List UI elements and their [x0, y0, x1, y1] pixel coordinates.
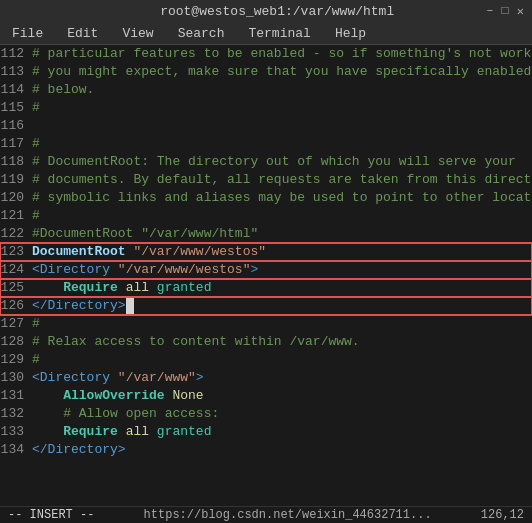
line-number: 125	[0, 279, 32, 297]
menu-terminal[interactable]: Terminal	[244, 25, 314, 42]
line-number: 117	[0, 135, 32, 153]
editor-line: 125 Require all granted	[0, 279, 532, 297]
line-number: 116	[0, 117, 32, 135]
editor-line: 132 # Allow open access:	[0, 405, 532, 423]
line-number: 113	[0, 63, 32, 81]
menu-view[interactable]: View	[118, 25, 157, 42]
line-number: 114	[0, 81, 32, 99]
editor-area: 112# particular features to be enabled -…	[0, 45, 532, 523]
editor-line: 120# symbolic links and aliases may be u…	[0, 189, 532, 207]
line-content: #	[32, 135, 532, 153]
editor-line: 133 Require all granted	[0, 423, 532, 441]
line-content: <Directory "/var/www/westos">	[32, 261, 532, 279]
line-content: #DocumentRoot "/var/www/html"	[32, 225, 532, 243]
editor-line: 131 AllowOverride None	[0, 387, 532, 405]
editor-line: 134</Directory>	[0, 441, 532, 459]
line-number: 130	[0, 369, 32, 387]
line-number: 133	[0, 423, 32, 441]
editor-line: 123DocumentRoot "/var/www/westos"	[0, 243, 532, 261]
line-content: # particular features to be enabled - so…	[32, 45, 532, 63]
title-bar-title: root@westos_web1:/var/www/html	[68, 4, 486, 19]
line-number: 129	[0, 351, 32, 369]
line-number: 134	[0, 441, 32, 459]
line-number: 119	[0, 171, 32, 189]
line-number: 127	[0, 315, 32, 333]
editor-line: 130<Directory "/var/www">	[0, 369, 532, 387]
line-number: 132	[0, 405, 32, 423]
line-content: # below.	[32, 81, 532, 99]
line-content: DocumentRoot "/var/www/westos"	[32, 243, 532, 261]
editor-line: 122#DocumentRoot "/var/www/html"	[0, 225, 532, 243]
close-button[interactable]: ✕	[517, 4, 524, 19]
menu-bar: File Edit View Search Terminal Help	[0, 23, 532, 45]
editor-line: 115#	[0, 99, 532, 117]
line-content: </Directory>	[32, 441, 532, 459]
line-content: Require all granted	[32, 423, 532, 441]
vim-mode: -- INSERT --	[8, 508, 94, 522]
line-content: # DocumentRoot: The directory out of whi…	[32, 153, 532, 171]
line-content: # Relax access to content within /var/ww…	[32, 333, 532, 351]
line-content: #	[32, 207, 532, 225]
editor-line: 119# documents. By default, all requests…	[0, 171, 532, 189]
line-number: 122	[0, 225, 32, 243]
line-content: #	[32, 351, 532, 369]
line-content: AllowOverride None	[32, 387, 532, 405]
line-number: 131	[0, 387, 32, 405]
menu-edit[interactable]: Edit	[63, 25, 102, 42]
editor-line: 116	[0, 117, 532, 135]
menu-help[interactable]: Help	[331, 25, 370, 42]
minimize-button[interactable]: –	[486, 4, 493, 19]
editor-line: 127#	[0, 315, 532, 333]
line-content: # symbolic links and aliases may be used…	[32, 189, 532, 207]
line-number: 118	[0, 153, 32, 171]
line-content: # documents. By default, all requests ar…	[32, 171, 532, 189]
menu-search[interactable]: Search	[174, 25, 229, 42]
editor-line: 128# Relax access to content within /var…	[0, 333, 532, 351]
title-bar: root@westos_web1:/var/www/html – □ ✕	[0, 0, 532, 23]
website-label: https://blog.csdn.net/weixin_44632711...	[144, 508, 432, 522]
line-content: # Allow open access:	[32, 405, 532, 423]
editor-line: 117#	[0, 135, 532, 153]
editor-line: 124<Directory "/var/www/westos">	[0, 261, 532, 279]
editor-line: 113# you might expect, make sure that yo…	[0, 63, 532, 81]
line-content: <Directory "/var/www">	[32, 369, 532, 387]
cursor-position: 126,12	[481, 508, 524, 522]
editor-line: 121#	[0, 207, 532, 225]
menu-file[interactable]: File	[8, 25, 47, 42]
line-number: 123	[0, 243, 32, 261]
editor-line: 114# below.	[0, 81, 532, 99]
line-content: Require all granted	[32, 279, 532, 297]
editor-line: 126</Directory>	[0, 297, 532, 315]
line-number: 126	[0, 297, 32, 315]
line-number: 112	[0, 45, 32, 63]
line-number: 128	[0, 333, 32, 351]
terminal-window: root@westos_web1:/var/www/html – □ ✕ Fil…	[0, 0, 532, 523]
title-bar-controls[interactable]: – □ ✕	[486, 4, 524, 19]
line-content: </Directory>	[32, 297, 532, 315]
status-bar: -- INSERT -- https://blog.csdn.net/weixi…	[0, 506, 532, 523]
editor-line: 118# DocumentRoot: The directory out of …	[0, 153, 532, 171]
line-number: 120	[0, 189, 32, 207]
line-number: 124	[0, 261, 32, 279]
line-content: #	[32, 315, 532, 333]
line-number: 115	[0, 99, 32, 117]
line-content: #	[32, 99, 532, 117]
editor-line: 129#	[0, 351, 532, 369]
editor-line: 112# particular features to be enabled -…	[0, 45, 532, 63]
line-number: 121	[0, 207, 32, 225]
line-content: # you might expect, make sure that you h…	[32, 63, 532, 81]
maximize-button[interactable]: □	[502, 4, 509, 19]
